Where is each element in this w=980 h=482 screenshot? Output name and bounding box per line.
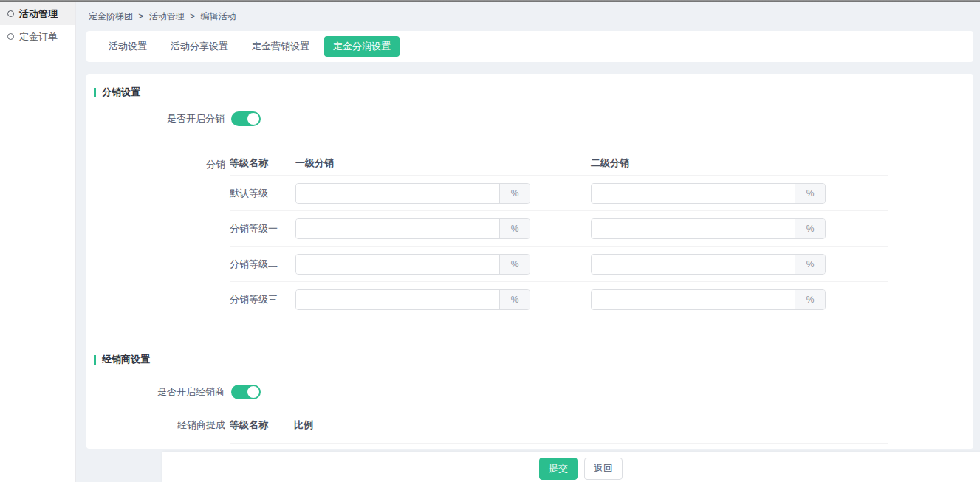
table-row: 分销等级三 % % — [230, 282, 888, 317]
level2-percent-input[interactable] — [592, 255, 795, 274]
column-header-level2: 二级分销 — [591, 156, 629, 170]
sidebar-item-deposit-orders[interactable]: 定金订单 — [0, 25, 75, 48]
section-accent-bar — [94, 355, 96, 365]
breadcrumb-item[interactable]: 活动管理 — [149, 11, 185, 21]
distribution-toggle-label: 是否开启分销 — [86, 112, 231, 125]
breadcrumb-item-current: 编辑活动 — [200, 11, 236, 21]
distribution-section-title: 分销设置 — [94, 87, 140, 97]
table-row: 默认等级 % % — [230, 176, 888, 211]
level-name: 默认等级 — [230, 187, 295, 200]
back-button[interactable]: 返回 — [584, 458, 623, 480]
level1-percent-input[interactable] — [296, 255, 499, 274]
circle-bullet-icon — [7, 33, 14, 40]
dealer-toggle-label: 是否开启经销商 — [86, 385, 231, 399]
breadcrumb: 定金阶梯团 > 活动管理 > 编辑活动 — [89, 10, 236, 23]
tab-activity-share-settings[interactable]: 活动分享设置 — [162, 36, 237, 57]
distribution-table-label: 分销 — [86, 158, 225, 171]
column-header-level-name: 等级名称 — [230, 156, 295, 170]
section-accent-bar — [94, 88, 96, 97]
circle-bullet-icon — [7, 10, 14, 17]
level2-percent-group: % — [591, 289, 826, 310]
sidebar-item-label: 定金订单 — [19, 30, 58, 44]
breadcrumb-item[interactable]: 定金阶梯团 — [89, 11, 133, 21]
level2-percent-input[interactable] — [592, 184, 795, 203]
level1-percent-group: % — [295, 218, 530, 239]
level2-percent-input[interactable] — [592, 290, 795, 309]
main-area: 定金阶梯团 > 活动管理 > 编辑活动 活动设置 活动分享设置 定金营销设置 定… — [76, 2, 980, 482]
level1-percent-group: % — [295, 183, 530, 204]
dealer-table-label: 经销商提成 — [86, 419, 225, 432]
dealer-enable-toggle[interactable] — [231, 385, 261, 399]
tab-deposit-profit-settings[interactable]: 定金分润设置 — [324, 36, 400, 57]
distribution-table: 等级名称 一级分销 二级分销 默认等级 % % 分销等级一 — [230, 151, 888, 317]
percent-suffix: % — [499, 290, 530, 309]
sidebar: 活动管理 定金订单 — [0, 2, 76, 482]
level2-percent-input[interactable] — [592, 219, 795, 238]
percent-suffix: % — [795, 219, 825, 238]
tab-activity-settings[interactable]: 活动设置 — [100, 36, 156, 57]
level2-percent-group: % — [591, 254, 826, 275]
sidebar-item-activity-management[interactable]: 活动管理 — [0, 2, 75, 25]
percent-suffix: % — [499, 219, 530, 238]
percent-suffix: % — [499, 184, 530, 203]
column-header-ratio: 比例 — [294, 419, 313, 432]
distribution-table-header: 等级名称 一级分销 二级分销 — [230, 151, 888, 176]
level-name: 分销等级二 — [230, 258, 295, 271]
percent-suffix: % — [499, 255, 530, 274]
tab-deposit-marketing-settings[interactable]: 定金营销设置 — [243, 36, 318, 57]
submit-button[interactable]: 提交 — [539, 458, 578, 480]
breadcrumb-separator: > — [138, 11, 143, 21]
dealer-toggle-row: 是否开启经销商 — [86, 385, 261, 399]
level1-percent-group: % — [295, 289, 530, 310]
level2-percent-group: % — [591, 218, 826, 239]
column-header-level1: 一级分销 — [295, 156, 591, 170]
footer-action-bar: 提交 返回 — [162, 452, 980, 482]
table-row: 分销等级二 % % — [230, 247, 888, 282]
level-name: 分销等级三 — [230, 293, 295, 306]
percent-suffix: % — [795, 290, 825, 309]
column-header-level-name: 等级名称 — [230, 419, 268, 432]
dealer-section-title: 经销商设置 — [94, 354, 150, 365]
level1-percent-input[interactable] — [296, 219, 499, 238]
table-row: 分销等级一 % % — [230, 211, 888, 247]
distribution-toggle-row: 是否开启分销 — [86, 111, 261, 126]
percent-suffix: % — [795, 255, 825, 274]
level1-percent-group: % — [295, 254, 530, 275]
dealer-header-divider — [230, 443, 888, 444]
level1-percent-input[interactable] — [296, 184, 499, 203]
level-name: 分销等级一 — [230, 222, 295, 235]
percent-suffix: % — [795, 184, 825, 203]
settings-panel: 分销设置 是否开启分销 分销 等级名称 一级分销 二级分销 默认等级 % — [86, 74, 973, 449]
distribution-enable-toggle[interactable] — [231, 111, 261, 126]
level2-percent-group: % — [591, 183, 826, 204]
level1-percent-input[interactable] — [296, 290, 499, 309]
sidebar-item-label: 活动管理 — [19, 7, 58, 21]
tabs-bar: 活动设置 活动分享设置 定金营销设置 定金分润设置 — [86, 31, 973, 62]
breadcrumb-separator: > — [190, 11, 195, 21]
